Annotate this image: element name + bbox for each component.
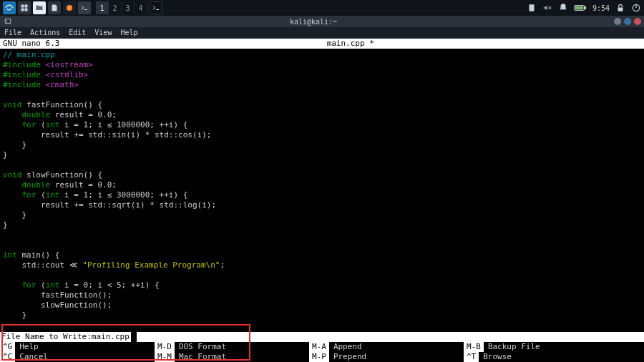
nano-shortcut-key: M-P	[309, 352, 329, 362]
code-line: double result = 0.0;	[3, 110, 641, 120]
window-app-icon	[3, 16, 13, 26]
svg-rect-7	[585, 7, 585, 9]
nano-shortcut[interactable]: ^TBrowse	[464, 352, 644, 362]
nano-editor-content[interactable]: // main.cpp#include <iostream>#include <…	[0, 49, 644, 362]
tray-power-icon[interactable]	[631, 3, 641, 13]
workspace-switcher[interactable]: 1 2 3 4	[96, 1, 147, 14]
code-line: #include <cstdlib>	[3, 70, 641, 80]
code-line: #include <iostream>	[3, 60, 641, 70]
nano-shortcut-key: M-A	[309, 342, 329, 352]
nano-shortcut-label: Prepend	[333, 352, 366, 362]
nano-shortcut[interactable]: M-BBackup File	[464, 342, 644, 352]
code-line: std::cout ≪ "Profiling Example Program\n…	[3, 260, 641, 270]
taskbar-running-terminal-icon[interactable]	[150, 1, 162, 14]
code-line: }	[3, 310, 641, 321]
workspace-3[interactable]: 3	[122, 1, 135, 14]
code-line	[3, 90, 641, 100]
workspace-2[interactable]: 2	[109, 1, 122, 14]
workspace-4[interactable]: 4	[135, 1, 147, 14]
code-line	[3, 321, 641, 331]
nano-filename-prompt[interactable]: File Name to Write: main.cpp	[0, 332, 644, 342]
nano-shortcut-label: Append	[333, 342, 362, 352]
code-line: }	[3, 210, 641, 220]
svg-point-4	[67, 5, 72, 11]
code-line: }	[3, 140, 641, 150]
nano-shortcut-label: Mac Format	[179, 352, 226, 362]
code-line: slowFunction();	[3, 300, 641, 310]
nano-shortcut-bar: ^GHelp^CCancelM-DDOS FormatM-MMac Format…	[0, 342, 644, 362]
nano-buffer-name: main.cpp *	[59, 39, 641, 49]
code-line: }	[3, 150, 641, 160]
code-line: fastFunction();	[3, 290, 641, 300]
svg-rect-9	[618, 7, 623, 11]
window-list-icon[interactable]	[18, 1, 31, 14]
firefox-icon[interactable]	[63, 1, 76, 14]
code-line: for (int i = 1; i ≤ 3000000; ++i) {	[3, 190, 641, 200]
workspace-1[interactable]: 1	[96, 1, 109, 14]
window-maximize-button[interactable]	[624, 18, 631, 25]
nano-shortcut-key: ^T	[464, 352, 479, 362]
code-line: int main() {	[3, 250, 641, 260]
code-line: void slowFunction() {	[3, 170, 641, 180]
svg-rect-0	[21, 5, 24, 8]
nano-prompt-value[interactable]: main.cpp	[92, 332, 130, 342]
code-line: double result = 0.0;	[3, 180, 641, 190]
terminal-viewport[interactable]: GNU nano 6.3 main.cpp * // main.cpp#incl…	[0, 39, 644, 362]
code-line	[3, 240, 641, 250]
window-title: kali@kali:~	[13, 18, 614, 26]
svg-rect-11	[5, 19, 11, 24]
nano-shortcut[interactable]: M-MMac Format	[155, 352, 309, 362]
tray-battery[interactable]	[574, 4, 587, 12]
tray-notification-bell-icon[interactable]	[558, 3, 568, 13]
code-line	[3, 230, 641, 240]
menubar-file[interactable]: File	[4, 29, 21, 36]
nano-shortcut-label: Browse	[483, 352, 512, 362]
file-manager-icon[interactable]	[33, 1, 46, 14]
menubar-actions[interactable]: Actions	[30, 29, 60, 36]
nano-prompt-cursor	[131, 332, 137, 342]
tray-volume-muted-icon[interactable]	[542, 3, 552, 13]
terminal-window-titlebar[interactable]: kali@kali:~	[0, 16, 644, 27]
code-line	[3, 270, 641, 280]
window-minimize-button[interactable]	[614, 18, 621, 25]
text-editor-icon[interactable]	[48, 1, 61, 14]
menubar-help[interactable]: Help	[120, 29, 137, 36]
nano-shortcut-key: ^C	[0, 352, 15, 362]
code-line: result += std::sqrt(i) * std::log(i);	[3, 200, 641, 210]
nano-titlebar: GNU nano 6.3 main.cpp *	[0, 39, 644, 49]
nano-shortcut[interactable]: ^CCancel	[0, 352, 155, 362]
window-close-button[interactable]	[634, 18, 641, 25]
nano-shortcut[interactable]: M-AAppend	[309, 342, 464, 352]
menubar-view[interactable]: View	[94, 29, 112, 36]
svg-rect-3	[25, 9, 28, 11]
nano-prompt-label: File Name to Write:	[1, 332, 92, 342]
menubar-edit[interactable]: Edit	[69, 29, 86, 36]
svg-rect-1	[25, 5, 28, 8]
svg-rect-8	[575, 6, 584, 10]
code-line: // main.cpp	[3, 50, 641, 60]
code-line: for (int i = 0; i < 5; ++i) {	[3, 280, 641, 290]
terminal-launcher-icon[interactable]	[78, 1, 91, 14]
nano-shortcut[interactable]: M-PPrepend	[309, 352, 464, 362]
tray-clock[interactable]: 9:54	[592, 4, 610, 12]
nano-shortcut-label: Cancel	[19, 352, 48, 362]
tray-lock-icon[interactable]	[615, 3, 625, 13]
nano-shortcut-key: M-B	[464, 342, 484, 352]
code-line: void fastFunction() {	[3, 100, 641, 110]
nano-shortcut-label: DOS Format	[179, 342, 226, 352]
svg-rect-5	[529, 4, 534, 11]
nano-shortcut-key: M-D	[155, 342, 175, 352]
app-menu-icon[interactable]	[3, 1, 16, 14]
terminal-menubar: File Actions Edit View Help	[0, 27, 644, 39]
nano-shortcut-label: Backup File	[488, 342, 540, 352]
code-line: for (int i = 1; i ≤ 1000000; ++i) {	[3, 120, 641, 130]
nano-shortcut[interactable]: ^GHelp	[0, 342, 155, 352]
nano-shortcut-label: Help	[19, 342, 39, 352]
tray-usb-icon[interactable]	[527, 3, 537, 13]
svg-rect-2	[21, 9, 24, 11]
code-line: #include <cmath>	[3, 80, 641, 90]
nano-shortcut[interactable]: M-DDOS Format	[155, 342, 309, 352]
nano-shortcut-key: ^G	[0, 342, 15, 352]
desktop-taskbar: 1 2 3 4 9:54	[0, 0, 644, 16]
code-line: result += std::sin(i) * std::cos(i);	[3, 130, 641, 140]
